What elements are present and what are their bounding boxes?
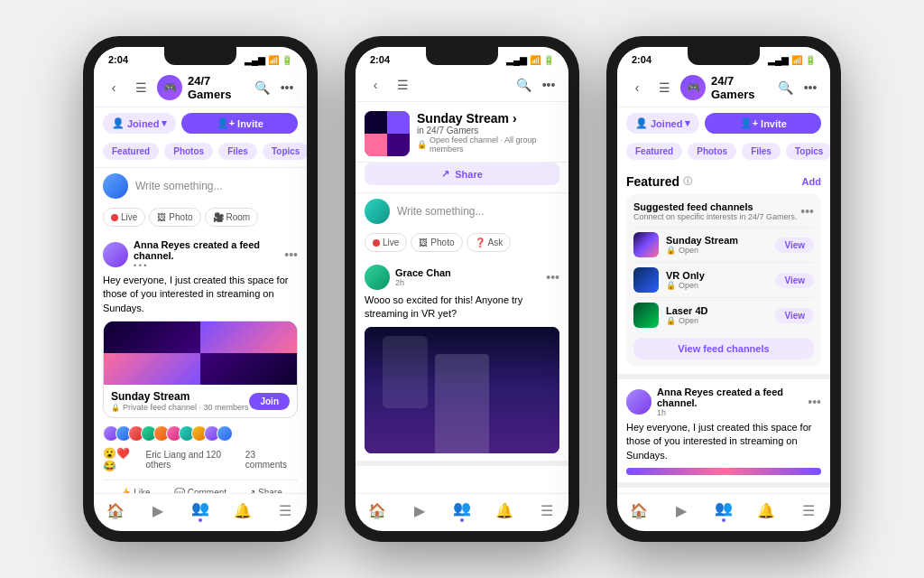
search-icon-3[interactable]: 🔍 bbox=[774, 77, 796, 98]
signal-icon-3: ▂▄▆ bbox=[768, 55, 789, 65]
post-meta-3: Anna Reyes created a feed channel. 1h bbox=[657, 387, 802, 417]
joined-button-3[interactable]: 👤 Joined ▾ bbox=[626, 113, 699, 134]
joined-label-3: Joined bbox=[651, 118, 682, 129]
write-box-1[interactable]: Write something... bbox=[94, 167, 307, 204]
post-meta-2: Grace Chan 2h bbox=[395, 267, 541, 287]
live-button-1[interactable]: Live bbox=[103, 208, 145, 227]
nav-menu-3[interactable]: ☰ bbox=[788, 499, 830, 522]
info-icon-3: ⓘ bbox=[683, 175, 692, 188]
share-button-2[interactable]: ↗ Share bbox=[365, 163, 559, 185]
phone-notch-3 bbox=[688, 47, 760, 65]
member-10 bbox=[217, 425, 233, 442]
tab-featured-3[interactable]: Featured bbox=[626, 143, 682, 160]
tab-topics-3[interactable]: Topics bbox=[786, 143, 830, 160]
tab-featured-1[interactable]: Featured bbox=[103, 143, 159, 160]
nav-home-3[interactable]: 🏠 bbox=[617, 499, 660, 522]
search-icon-2[interactable]: 🔍 bbox=[513, 74, 534, 96]
chevron-down-icon: ▾ bbox=[162, 117, 167, 129]
tab-files-3[interactable]: Files bbox=[742, 143, 781, 160]
post-actions-row-2: Live 🖼 Photo ❓ Ask bbox=[356, 229, 568, 257]
nav-video-1[interactable]: ▶ bbox=[136, 499, 179, 522]
ask-button-2[interactable]: ❓ Ask bbox=[467, 233, 512, 252]
post-text-3: Hey everyone, I just created this space … bbox=[626, 421, 821, 462]
action-row-1: 👤 Joined ▾ 👤+ Invite bbox=[94, 107, 307, 139]
tab-topics-1[interactable]: Topics bbox=[263, 143, 307, 160]
nav-groups-1[interactable]: 👥 bbox=[179, 499, 221, 522]
room-button-1[interactable]: 🎥 Room bbox=[205, 208, 259, 227]
phone-screen-2: 2:04 ▂▄▆ 📶 🔋 ‹ ☰ 🔍 ••• bbox=[356, 47, 568, 531]
bottom-actions-1: 👍 Like 💬 Comment ↗ Share bbox=[103, 480, 298, 493]
menu-icon-3[interactable]: ☰ bbox=[653, 77, 675, 98]
joined-button-1[interactable]: 👤 Joined ▾ bbox=[103, 113, 176, 134]
like-button-1[interactable]: 👍 Like bbox=[103, 484, 168, 493]
channel-sub-1: 🔒 Private feed channel · 30 members bbox=[111, 403, 249, 412]
search-icon-1[interactable]: 🔍 bbox=[251, 77, 273, 98]
tabs-row-3: Featured Photos Files Topics Re... bbox=[617, 139, 830, 167]
channel-header-img-2 bbox=[365, 111, 410, 156]
person-icon: 👤 bbox=[112, 117, 125, 129]
write-placeholder-1[interactable]: Write something... bbox=[135, 180, 222, 192]
room-icon-1: 🎥 bbox=[213, 212, 224, 222]
nav-groups-2[interactable]: 👥 bbox=[440, 499, 483, 522]
write-box-2[interactable]: Write something... bbox=[356, 192, 568, 229]
menu-icon-1[interactable]: ☰ bbox=[130, 77, 152, 98]
post-image-2 bbox=[365, 327, 559, 453]
write-placeholder-2[interactable]: Write something... bbox=[397, 205, 484, 218]
emoji-stack-1: 😮❤️😂 bbox=[103, 447, 143, 472]
person-icon-3: 👤 bbox=[635, 117, 648, 129]
invite-button-3[interactable]: 👤+ Invite bbox=[705, 113, 821, 134]
post-more-icon-3[interactable]: ••• bbox=[808, 395, 821, 409]
channel-img-1 bbox=[104, 322, 297, 385]
action-row-3: 👤 Joined ▾ 👤+ Invite bbox=[617, 107, 830, 139]
channel-row-1: VR Only 🔒 Open View bbox=[633, 262, 814, 297]
phone-notch-2 bbox=[426, 47, 498, 65]
channel-img-cell-1 bbox=[104, 322, 200, 353]
more-icon-2[interactable]: ••• bbox=[538, 74, 559, 96]
suggested-more-icon[interactable]: ••• bbox=[800, 204, 814, 219]
nav-groups-3[interactable]: 👥 bbox=[702, 499, 744, 522]
post-more-icon-1[interactable]: ••• bbox=[284, 247, 298, 262]
view-button-1[interactable]: View bbox=[775, 273, 814, 288]
status-icons-2: ▂▄▆ 📶 🔋 bbox=[506, 55, 554, 65]
lock-icon-row-0: 🔒 bbox=[666, 246, 676, 255]
comment-button-1[interactable]: 💬 Comment bbox=[168, 484, 233, 493]
channel-header-name-2: Sunday Stream › bbox=[417, 111, 559, 126]
nav-video-3[interactable]: ▶ bbox=[660, 499, 702, 522]
nav-menu-2[interactable]: ☰ bbox=[526, 499, 568, 522]
tab-photos-1[interactable]: Photos bbox=[164, 143, 213, 160]
signal-icon: ▂▄▆ bbox=[245, 55, 265, 65]
share-button-1[interactable]: ↗ Share bbox=[233, 484, 298, 493]
nav-bell-2[interactable]: 🔔 bbox=[484, 499, 526, 522]
more-icon-1[interactable]: ••• bbox=[276, 77, 298, 98]
group-name-1: 24/7 Gamers bbox=[188, 74, 245, 101]
view-button-2[interactable]: View bbox=[775, 308, 814, 323]
post-author-1: Anna Reyes created a feed channel. bbox=[134, 239, 279, 261]
post-card-1: Anna Reyes created a feed channel. • • •… bbox=[94, 232, 307, 493]
back-icon-2[interactable]: ‹ bbox=[365, 74, 386, 96]
photo-button-2[interactable]: 🖼 Photo bbox=[411, 233, 462, 252]
channel-row-info-1: VR Only 🔒 Open bbox=[666, 270, 768, 290]
active-indicator-2 bbox=[460, 518, 464, 522]
featured-add-3[interactable]: Add bbox=[802, 176, 821, 187]
nav-video-2[interactable]: ▶ bbox=[398, 499, 440, 522]
nav-bell-3[interactable]: 🔔 bbox=[745, 499, 788, 522]
tab-photos-3[interactable]: Photos bbox=[688, 143, 736, 160]
back-icon-3[interactable]: ‹ bbox=[626, 77, 648, 98]
photo-button-1[interactable]: 🖼 Photo bbox=[149, 208, 200, 227]
tab-files-1[interactable]: Files bbox=[218, 143, 257, 160]
nav-home-2[interactable]: 🏠 bbox=[356, 499, 398, 522]
join-button-1[interactable]: Join bbox=[249, 393, 290, 410]
menu-icon-2[interactable]: ☰ bbox=[392, 74, 413, 96]
view-channels-button-3[interactable]: View feed channels bbox=[633, 338, 814, 359]
nav-home-1[interactable]: 🏠 bbox=[94, 499, 136, 522]
post-more-icon-2[interactable]: ••• bbox=[546, 270, 559, 284]
invite-button-1[interactable]: 👤+ Invite bbox=[181, 113, 298, 134]
back-icon-1[interactable]: ‹ bbox=[103, 77, 125, 98]
live-button-2[interactable]: Live bbox=[365, 233, 407, 252]
nav-menu-1[interactable]: ☰ bbox=[264, 499, 307, 522]
phone-3: 2:04 ▂▄▆ 📶 🔋 ‹ ☰ 🎮 24/7 Gamers 🔍 ••• 👤 J… bbox=[606, 36, 841, 542]
nav-bell-1[interactable]: 🔔 bbox=[222, 499, 264, 522]
more-icon-3[interactable]: ••• bbox=[799, 77, 821, 98]
channel-img-cell-4 bbox=[200, 353, 297, 385]
view-button-0[interactable]: View bbox=[775, 238, 814, 253]
